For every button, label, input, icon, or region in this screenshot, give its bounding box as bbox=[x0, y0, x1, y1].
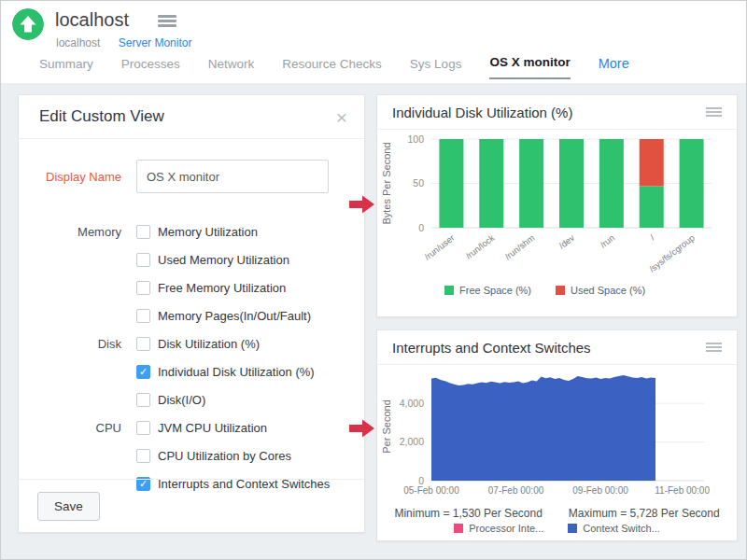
svg-text:50: 50 bbox=[413, 177, 424, 189]
svg-text:0: 0 bbox=[418, 475, 424, 486]
svg-text:07-Feb 00:00: 07-Feb 00:00 bbox=[488, 485, 544, 496]
metric-option-label: Memory Utilization bbox=[158, 225, 258, 239]
panel-footer: Save bbox=[19, 479, 364, 532]
metric-row: Disk(I/O) bbox=[19, 385, 364, 413]
legend-item[interactable]: Processor Inte... bbox=[454, 523, 543, 534]
server-status-icon bbox=[12, 8, 44, 40]
metric-row: Memory Pages(In/Out/Fault) bbox=[19, 301, 364, 329]
metric-row: CPU Utilization by Cores bbox=[19, 441, 364, 469]
legend-item[interactable]: Context Switch... bbox=[568, 523, 660, 534]
tab-processes[interactable]: Processes bbox=[121, 57, 180, 79]
svg-text:4,000: 4,000 bbox=[400, 398, 424, 409]
checkbox-unchecked[interactable] bbox=[136, 225, 150, 239]
tab-os-x-monitor[interactable]: OS X monitor bbox=[489, 55, 570, 79]
disk-chart-legend: Free Space (%)Used Space (%) bbox=[444, 285, 737, 296]
close-icon[interactable]: × bbox=[336, 107, 347, 127]
interrupts-chart-title: Interrupts and Context Switches bbox=[392, 340, 591, 356]
svg-text:0: 0 bbox=[418, 222, 424, 233]
disk-chart-header: Individual Disk Utilization (%) bbox=[377, 95, 737, 130]
custom-view-form: Display Name MemoryMemory UtilizationUse… bbox=[19, 139, 364, 497]
legend-swatch-icon bbox=[568, 524, 577, 533]
checkbox-unchecked[interactable] bbox=[136, 449, 150, 463]
panel-title: Edit Custom View bbox=[39, 107, 164, 126]
svg-text:09-Feb 00:00: 09-Feb 00:00 bbox=[572, 485, 628, 496]
display-name-label: Display Name bbox=[19, 170, 136, 184]
interrupts-chart-legend: Processor Inte...Context Switch... bbox=[377, 523, 737, 534]
legend-swatch-icon bbox=[454, 524, 463, 533]
checkbox-unchecked[interactable] bbox=[136, 421, 150, 435]
group-label: Disk bbox=[19, 337, 136, 351]
checkbox-unchecked[interactable] bbox=[136, 393, 150, 407]
interrupts-chart-header: Interrupts and Context Switches bbox=[377, 330, 737, 365]
tab-bar: SummaryProcessesNetworkResource ChecksSy… bbox=[39, 55, 629, 79]
group-label: CPU bbox=[19, 421, 136, 435]
breadcrumb-host: localhost bbox=[56, 36, 100, 49]
metric-row: MemoryMemory Utilization bbox=[19, 217, 364, 245]
svg-text:100: 100 bbox=[407, 133, 424, 145]
svg-text:/run/lock: /run/lock bbox=[463, 232, 496, 261]
breadcrumb-server-monitor-link[interactable]: Server Monitor bbox=[119, 36, 192, 49]
chart-menu-icon[interactable] bbox=[706, 107, 722, 118]
metric-row: ✓Individual Disk Utilization (%) bbox=[19, 357, 364, 385]
legend-swatch-icon bbox=[556, 286, 565, 295]
tab-resource-checks[interactable]: Resource Checks bbox=[282, 57, 382, 79]
svg-text:/dev: /dev bbox=[557, 232, 576, 251]
metric-checkbox-list: MemoryMemory UtilizationUsed Memory Util… bbox=[19, 217, 364, 497]
panel-header: Edit Custom View × bbox=[19, 95, 364, 139]
metric-option-label: Individual Disk Utilization (%) bbox=[158, 365, 315, 379]
svg-text:Bytes Per Second: Bytes Per Second bbox=[381, 142, 392, 224]
legend-item[interactable]: Used Space (%) bbox=[556, 285, 645, 296]
legend-label: Processor Inte... bbox=[469, 523, 543, 534]
minimum-stat: Minimum = 1,530 Per Second bbox=[394, 507, 542, 520]
monitor-title: localhost bbox=[55, 9, 129, 31]
chart-menu-icon[interactable] bbox=[706, 343, 722, 353]
save-button[interactable]: Save bbox=[37, 492, 100, 521]
svg-text:/run/user: /run/user bbox=[422, 232, 456, 262]
metric-option-label: JVM CPU Utilization bbox=[158, 421, 267, 435]
metric-option-label: CPU Utilization by Cores bbox=[158, 449, 291, 463]
min-max-stats: Minimum = 1,530 Per Second Maximum = 5,7… bbox=[377, 507, 737, 520]
tab-sys-logs[interactable]: Sys Logs bbox=[410, 57, 462, 79]
checkbox-unchecked[interactable] bbox=[136, 281, 150, 295]
metric-row: Used Memory Utilization bbox=[19, 245, 364, 273]
metric-option-label: Free Memory Utilization bbox=[158, 281, 286, 295]
display-name-row: Display Name bbox=[19, 160, 364, 193]
metric-row: CPUJVM CPU Utilization bbox=[19, 413, 364, 441]
disk-utilization-card: Individual Disk Utilization (%) 050100By… bbox=[376, 94, 738, 317]
display-name-input[interactable] bbox=[136, 160, 329, 193]
svg-text:/run/shm: /run/shm bbox=[502, 232, 536, 261]
checkbox-checked[interactable]: ✓ bbox=[136, 365, 150, 379]
tab-summary[interactable]: Summary bbox=[39, 57, 93, 79]
arrow-right-icon bbox=[349, 195, 375, 214]
metric-row: Free Memory Utilization bbox=[19, 273, 364, 301]
disk-utilization-bar-chart: 050100Bytes Per Second/run/user/run/lock… bbox=[377, 130, 723, 279]
checkbox-unchecked[interactable] bbox=[136, 309, 150, 323]
maximum-stat: Maximum = 5,728 Per Second bbox=[569, 507, 720, 520]
svg-text:Per Second: Per Second bbox=[381, 399, 392, 453]
svg-text:/run: /run bbox=[598, 232, 616, 250]
metric-option-label: Disk(I/O) bbox=[158, 393, 205, 407]
checkbox-unchecked[interactable] bbox=[136, 337, 150, 351]
metric-option-label: Used Memory Utilization bbox=[158, 253, 289, 267]
metric-row: DiskDisk Utilization (%) bbox=[19, 329, 364, 357]
arrow-right-icon bbox=[349, 419, 375, 438]
edit-custom-view-panel: Edit Custom View × Display Name MemoryMe… bbox=[18, 94, 365, 533]
svg-text:2,000: 2,000 bbox=[400, 436, 424, 447]
tab-more[interactable]: More bbox=[599, 56, 629, 79]
legend-label: Used Space (%) bbox=[571, 285, 645, 296]
app-window: localhost localhost Server Monitor Summa… bbox=[0, 0, 747, 560]
svg-text:11-Feb 00:00: 11-Feb 00:00 bbox=[655, 485, 710, 496]
title-hamburger-icon[interactable] bbox=[158, 15, 176, 27]
checkbox-unchecked[interactable] bbox=[136, 253, 150, 267]
legend-item[interactable]: Free Space (%) bbox=[444, 285, 531, 296]
breadcrumb: localhost Server Monitor bbox=[56, 36, 191, 49]
legend-label: Free Space (%) bbox=[459, 285, 531, 296]
metric-option-label: Memory Pages(In/Out/Fault) bbox=[158, 309, 311, 323]
app-header: localhost localhost Server Monitor Summa… bbox=[1, 1, 746, 83]
metric-option-label: Disk Utilization (%) bbox=[158, 337, 260, 351]
legend-swatch-icon bbox=[444, 286, 454, 295]
tab-network[interactable]: Network bbox=[208, 57, 255, 79]
disk-chart-title: Individual Disk Utilization (%) bbox=[392, 105, 572, 120]
legend-label: Context Switch... bbox=[583, 523, 660, 534]
svg-text:05-Feb 00:00: 05-Feb 00:00 bbox=[403, 485, 459, 496]
